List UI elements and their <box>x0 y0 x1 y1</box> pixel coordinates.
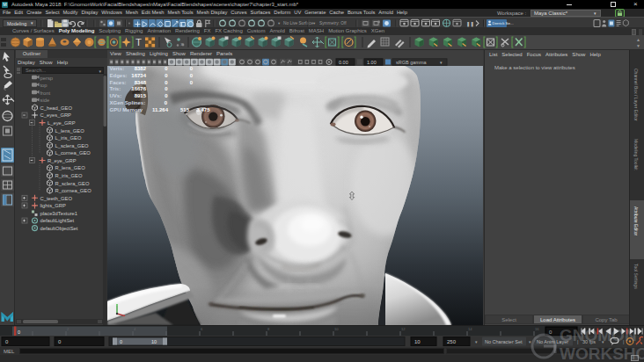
svg-text:GPU Memory: GPU Memory <box>110 107 143 112</box>
svg-text:persp: persp <box>40 76 54 81</box>
svg-text:top: top <box>40 83 48 88</box>
svg-text:Faces:: Faces: <box>110 80 127 85</box>
svg-text:R_eye_GRP: R_eye_GRP <box>48 158 77 163</box>
svg-text:30 fps: 30 fps <box>582 339 596 344</box>
svg-text:|: | <box>577 339 578 344</box>
svg-text:16734: 16734 <box>131 73 146 78</box>
svg-text:10: 10 <box>151 339 157 344</box>
svg-text:3.475: 3.475 <box>196 107 210 112</box>
svg-text:No Anim Layer: No Anim Layer <box>537 339 568 344</box>
svg-text:No Character Set: No Character Set <box>485 339 523 344</box>
svg-text:Symmetry: Off: Symmetry: Off <box>319 21 347 25</box>
svg-text:C_eyes_GRP: C_eyes_GRP <box>40 112 72 118</box>
svg-text:1.00: 1.00 <box>367 60 377 65</box>
svg-text:11.264: 11.264 <box>152 107 169 112</box>
svg-text:defaultLightSet: defaultLightSet <box>40 218 75 223</box>
svg-text:L_cornea_GEO: L_cornea_GEO <box>55 150 91 156</box>
svg-text:0: 0 <box>120 339 122 344</box>
svg-text:16: 16 <box>535 327 539 331</box>
svg-text:8382: 8382 <box>135 66 147 71</box>
svg-text:L_lens_GEO: L_lens_GEO <box>55 128 85 134</box>
svg-text:Edges:: Edges: <box>110 73 128 78</box>
svg-text:10: 10 <box>414 339 421 344</box>
svg-text:515: 515 <box>180 107 190 112</box>
svg-text:8348: 8348 <box>135 80 147 85</box>
svg-text:place3dTexture1: place3dTexture1 <box>40 211 78 216</box>
svg-text:16676: 16676 <box>131 86 146 91</box>
svg-text:front: front <box>40 90 51 96</box>
svg-text:L_sclera_GEO: L_sclera_GEO <box>55 143 90 148</box>
svg-text:Derrick Se...: Derrick Se... <box>493 21 514 25</box>
svg-text:10: 10 <box>334 327 339 331</box>
svg-text:▾: ▾ <box>602 339 604 344</box>
svg-text:side: side <box>40 98 50 103</box>
svg-text:8915: 8915 <box>135 93 147 98</box>
svg-text:L_eye_GRP: L_eye_GRP <box>48 120 76 126</box>
svg-text:0: 0 <box>18 329 20 335</box>
svg-text:Tris:: Tris: <box>110 86 121 91</box>
svg-text:❚❚: ❚❚ <box>466 21 474 27</box>
svg-text:14: 14 <box>468 327 472 331</box>
svg-text:R_cornea_GEO: R_cornea_GEO <box>55 188 92 193</box>
svg-text:▲: ▲ <box>636 37 640 42</box>
svg-text:L_iris_GEO: L_iris_GEO <box>55 135 82 141</box>
svg-text:lights_GRP: lights_GRP <box>40 203 66 208</box>
svg-text:0.00: 0.00 <box>339 60 348 65</box>
svg-text:▼: ▼ <box>636 43 640 48</box>
svg-text:12: 12 <box>401 327 406 331</box>
svg-text:UVs:: UVs: <box>110 93 122 98</box>
svg-text:R_sclera_GEO: R_sclera_GEO <box>55 181 90 186</box>
svg-text:▾: ▾ <box>529 339 531 344</box>
svg-text:Verts:: Verts: <box>110 66 125 71</box>
svg-text:XGen Splines:: XGen Splines: <box>110 100 146 105</box>
svg-text:C_head_GEO: C_head_GEO <box>40 105 73 111</box>
svg-text:sRGB gamma: sRGB gamma <box>396 60 427 65</box>
svg-text:250: 250 <box>447 339 457 344</box>
svg-text:R_lens_GEO: R_lens_GEO <box>55 165 86 170</box>
svg-text:R_iris_GEO: R_iris_GEO <box>55 173 83 178</box>
svg-text:▾: ▾ <box>278 21 281 25</box>
svg-text:▾: ▾ <box>313 21 316 25</box>
svg-text:|: | <box>623 339 624 344</box>
svg-text:T: T <box>135 37 142 47</box>
svg-text:C_teeth_GEO: C_teeth_GEO <box>40 196 73 201</box>
svg-text:defaultObjectSet: defaultObjectSet <box>40 226 78 231</box>
svg-text:▾: ▾ <box>475 339 478 344</box>
